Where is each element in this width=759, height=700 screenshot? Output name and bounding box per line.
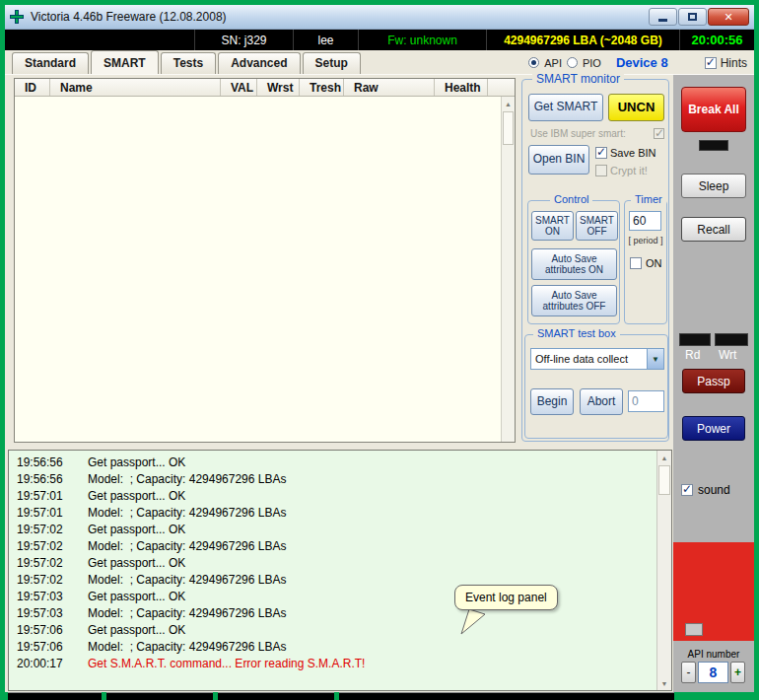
maximize-button[interactable] <box>678 8 707 26</box>
api-number-increment-button[interactable]: + <box>730 662 745 683</box>
column-header-name[interactable]: Name <box>50 79 221 96</box>
save-bin-checkbox[interactable] <box>595 147 607 159</box>
victoria-window: Victoria 4.46b Freeware (12.08.2008) ✕ S… <box>0 0 759 700</box>
log-timestamp: 19:57:03 <box>17 590 72 603</box>
log-line: 19:57:03Model: ; Capacity: 4294967296 LB… <box>17 606 671 623</box>
sleep-button[interactable]: Sleep <box>681 174 746 198</box>
event-log-panel: 19:56:56Get passport... OK19:56:56Model:… <box>8 450 672 691</box>
tooltip-tail <box>458 608 488 636</box>
abort-button[interactable]: Abort <box>580 388 623 415</box>
wrt-label: Wrt <box>719 348 736 362</box>
right-control-column: Break All Sleep Recall Rd Wrt Passp Powe… <box>673 75 754 692</box>
maximize-icon <box>688 13 697 21</box>
begin-button[interactable]: Begin <box>530 388 574 415</box>
table-scrollbar[interactable]: ▲ <box>501 97 515 442</box>
read-indicator <box>679 333 711 346</box>
status-red-block <box>673 542 754 641</box>
log-line: 19:57:02Model: ; Capacity: 4294967296 LB… <box>17 573 671 590</box>
log-message: Get passport... OK <box>88 489 185 503</box>
table-header: IDNameVALWrstTreshRawHealth <box>15 79 515 97</box>
timer-period-label: [ period ] <box>625 236 666 245</box>
ibm-super-smart-checkbox <box>654 128 664 139</box>
recall-button[interactable]: Recall <box>681 217 746 242</box>
column-header-health[interactable]: Health <box>435 79 488 96</box>
smart-on-button[interactable]: SMART ON <box>531 211 574 241</box>
log-line: 19:56:56Get passport... OK <box>17 455 671 472</box>
column-header-tresh[interactable]: Tresh <box>300 79 344 96</box>
log-line: 19:57:06Get passport... OK <box>17 623 671 640</box>
log-message: Model: ; Capacity: 4294967296 LBAs <box>88 506 286 520</box>
table-scroll-thumb[interactable] <box>503 111 514 145</box>
log-line: 19:57:02Get passport... OK <box>17 523 671 539</box>
uncn-button[interactable]: UNCN <box>608 94 664 121</box>
tab-setup[interactable]: Setup <box>303 52 361 74</box>
log-scroll-thumb[interactable] <box>658 465 670 495</box>
smart-test-box-title: SMART test box <box>533 327 620 339</box>
log-scroll-up-icon[interactable]: ▲ <box>657 451 671 464</box>
log-scrollbar[interactable]: ▲ ▼ <box>656 451 671 690</box>
tab-bar: StandardSMARTTestsAdvancedSetup API PIO … <box>5 50 754 75</box>
log-line: 19:57:03Get passport... OK <box>17 590 671 606</box>
column-header-raw[interactable]: Raw <box>344 79 435 96</box>
model-segment <box>5 30 194 50</box>
tab-tests[interactable]: Tests <box>161 52 216 74</box>
column-header-wrst[interactable]: Wrst <box>257 79 300 96</box>
minimize-button[interactable] <box>649 8 677 26</box>
log-timestamp: 19:57:03 <box>17 606 72 620</box>
write-indicator <box>715 333 748 346</box>
timer-group: Timer [ period ] ON <box>624 200 667 324</box>
smart-off-button[interactable]: SMART OFF <box>576 211 618 241</box>
log-line: 19:57:01Model: ; Capacity: 4294967296 LB… <box>17 506 671 523</box>
pio-radio[interactable] <box>567 57 578 68</box>
control-group: Control SMART ON SMART OFF Auto Save att… <box>527 200 620 324</box>
api-radio[interactable] <box>528 57 539 68</box>
passport-button[interactable]: Passp <box>682 369 745 393</box>
log-line: 19:57:01Get passport... OK <box>17 489 671 506</box>
power-button[interactable]: Power <box>682 416 745 441</box>
sound-checkbox[interactable] <box>681 484 693 496</box>
timer-on-checkbox[interactable] <box>630 257 642 269</box>
clock: 20:00:56 <box>679 30 754 50</box>
crypt-label: Crypt it! <box>610 165 648 176</box>
table-body[interactable] <box>15 97 501 442</box>
close-button[interactable]: ✕ <box>708 8 749 26</box>
capacity-lba: 4294967296 LBA (~2048 GB) <box>486 30 679 50</box>
chevron-down-icon[interactable]: ▼ <box>647 349 663 369</box>
tab-bar-right-controls: API PIO Device 8 Hints <box>528 55 747 70</box>
break-all-button[interactable]: Break All <box>681 87 746 132</box>
titlebar[interactable]: Victoria 4.46b Freeware (12.08.2008) ✕ <box>5 5 754 30</box>
log-message: Model: ; Capacity: 4294967296 LBAs <box>88 472 286 486</box>
autosave-attributes-off-button[interactable]: Auto Save attributes OFF <box>531 285 617 316</box>
log-timestamp: 19:57:01 <box>17 506 72 520</box>
log-timestamp: 19:56:56 <box>17 455 72 469</box>
test-counter-input[interactable] <box>628 390 664 412</box>
tab-advanced[interactable]: Advanced <box>218 52 300 74</box>
save-bin-label: Save BIN <box>610 147 656 159</box>
tab-smart[interactable]: SMART <box>91 50 159 74</box>
api-number-value: 8 <box>698 662 728 683</box>
log-scroll-down-icon[interactable]: ▼ <box>657 676 671 690</box>
pio-radio-label: PIO <box>583 57 601 69</box>
scroll-up-icon[interactable]: ▲ <box>502 97 515 110</box>
log-timestamp: 19:57:02 <box>17 573 72 587</box>
column-header-id[interactable]: ID <box>15 79 50 96</box>
drive-info-bar: SN: j329 lee Fw: unknown 4294967296 LBA … <box>5 30 754 50</box>
open-bin-button[interactable]: Open BIN <box>528 145 589 175</box>
status-gray-chip <box>685 623 703 636</box>
test-mode-value: Off-line data collect <box>531 353 647 365</box>
timer-period-input[interactable] <box>629 211 661 231</box>
minimize-icon <box>658 19 667 22</box>
test-mode-dropdown[interactable]: Off-line data collect ▼ <box>530 348 664 370</box>
column-header-val[interactable]: VAL <box>221 79 257 96</box>
rd-label: Rd <box>685 348 700 362</box>
bottom-strip <box>8 692 674 700</box>
get-smart-button[interactable]: Get SMART <box>528 94 603 121</box>
autosave-attributes-on-button[interactable]: Auto Save attributes ON <box>531 248 617 280</box>
control-group-title: Control <box>550 193 592 205</box>
smart-monitor-title: SMART monitor <box>532 72 624 86</box>
hints-checkbox[interactable] <box>705 57 717 69</box>
tooltip-text: Event log panel <box>454 585 558 610</box>
api-number-decrement-button[interactable]: - <box>681 662 696 683</box>
tab-standard[interactable]: Standard <box>12 52 89 74</box>
hints-label: Hints <box>721 56 747 70</box>
